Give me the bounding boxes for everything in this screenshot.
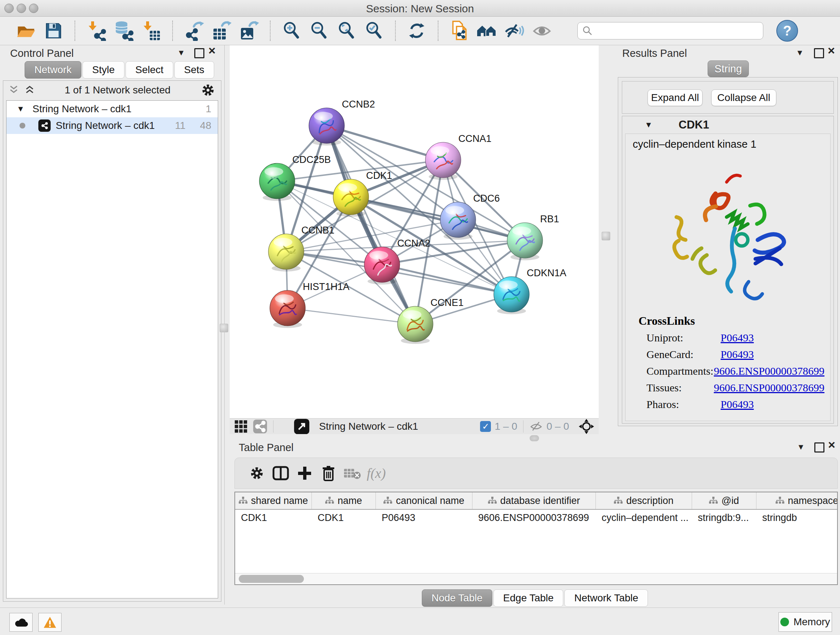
collapse-all-icon[interactable]	[8, 85, 19, 95]
expand-all-button[interactable]: Expand All	[647, 89, 703, 106]
column-header-database-identifier[interactable]: database identifier	[472, 492, 596, 509]
column-header-description[interactable]: description	[596, 492, 692, 509]
crosslink-link[interactable]: 9606.ENSP00000378699	[714, 365, 824, 377]
selected-checkbox-icon[interactable]: ✓	[480, 421, 491, 432]
expand-all-icon[interactable]	[24, 85, 35, 95]
export-image-button[interactable]	[238, 19, 260, 42]
table-panel-float-icon[interactable]	[814, 442, 824, 453]
delete-table-button[interactable]	[340, 463, 364, 483]
save-session-button[interactable]	[42, 19, 65, 42]
network-node-CCNA1[interactable]	[425, 142, 461, 180]
refresh-layout-button[interactable]	[406, 19, 428, 42]
birdseye-view-icon[interactable]	[294, 418, 309, 434]
right-splitter-handle[interactable]	[602, 232, 610, 241]
show-all-button[interactable]	[531, 19, 553, 42]
tab-network-table[interactable]: Network Table	[564, 589, 648, 607]
control-panel-close-icon[interactable]: ×	[208, 46, 216, 55]
crosslink-link[interactable]: P06493	[721, 398, 754, 410]
show-column-button[interactable]	[269, 463, 293, 483]
column-header-shared-name[interactable]: shared name	[235, 492, 312, 509]
network-options-gear-icon[interactable]	[200, 82, 216, 98]
crosslink-link[interactable]: P06493	[721, 348, 754, 361]
network-node-CDC25B[interactable]	[259, 163, 295, 201]
zoom-fit-button[interactable]	[335, 19, 358, 42]
network-node-CDKN1A[interactable]	[494, 277, 529, 314]
tab-edge-table[interactable]: Edge Table	[493, 589, 564, 607]
collapse-all-button[interactable]: Collapse All	[711, 89, 776, 106]
table-cell[interactable]: 9606.ENSP00000378699	[472, 512, 596, 524]
table-cell[interactable]: CDK1	[312, 512, 376, 524]
tab-style[interactable]: Style	[82, 61, 125, 79]
memory-button[interactable]: Memory	[778, 612, 832, 632]
help-button[interactable]: ?	[776, 20, 798, 42]
fit-selected-crosshair-icon[interactable]	[578, 418, 594, 434]
network-node-label: CCNA1	[458, 133, 492, 144]
table-panel-close-icon[interactable]: ×	[828, 440, 835, 449]
network-node-RB1[interactable]	[507, 223, 543, 260]
import-network-button[interactable]	[85, 19, 107, 42]
table-settings-button[interactable]	[245, 463, 269, 483]
network-edge[interactable]	[287, 308, 415, 324]
tab-string[interactable]: String	[707, 60, 749, 77]
network-node-CCNE1[interactable]	[398, 306, 433, 344]
table-cell[interactable]: stringdb:9...	[692, 512, 756, 524]
tab-network[interactable]: Network	[25, 61, 81, 79]
column-header-canonical-name[interactable]: canonical name	[376, 492, 472, 509]
column-type-icon	[239, 497, 248, 505]
section-collapse-icon[interactable]: ▼	[645, 120, 653, 130]
duplicate-network-button[interactable]	[448, 19, 471, 42]
column-header--id[interactable]: @id	[692, 492, 756, 509]
control-panel-menu-icon[interactable]: ▼	[177, 48, 185, 57]
results-panel-close-icon[interactable]: ×	[828, 46, 835, 55]
export-table-button[interactable]	[210, 19, 233, 42]
import-network-database-button[interactable]	[112, 19, 135, 42]
network-share-icon[interactable]	[253, 419, 267, 434]
left-splitter-handle[interactable]	[219, 324, 228, 333]
column-header-namespace[interactable]: namespace	[756, 492, 838, 509]
scrollbar-thumb[interactable]	[239, 575, 304, 583]
results-panel-float-icon[interactable]	[814, 48, 824, 58]
search-input[interactable]	[597, 25, 759, 37]
tab-sets[interactable]: Sets	[174, 61, 214, 79]
network-tree-child-row[interactable]: String Network – cdk1 11 48	[6, 117, 218, 134]
crosslink-link[interactable]: 9606.ENSP00000378699	[714, 382, 824, 394]
hide-selected-button[interactable]	[503, 19, 526, 42]
table-panel-menu-icon[interactable]: ▼	[797, 442, 805, 452]
tree-collapse-icon[interactable]: ▼	[17, 104, 25, 114]
table-row[interactable]: CDK1CDK1P064939606.ENSP00000378699cyclin…	[235, 510, 837, 526]
table-cell[interactable]: P06493	[376, 512, 472, 524]
network-node-CCNB1[interactable]	[268, 234, 304, 272]
network-node-CDK1[interactable]	[333, 179, 369, 217]
control-panel-float-icon[interactable]	[194, 48, 204, 58]
export-network-button[interactable]	[183, 19, 205, 42]
hidden-eye-icon[interactable]	[529, 421, 543, 432]
network-edge[interactable]	[382, 264, 512, 295]
table-cell[interactable]: cyclin–dependent ...	[596, 512, 692, 524]
column-header-name[interactable]: name	[312, 492, 376, 509]
cloud-button[interactable]	[9, 613, 33, 632]
warning-button[interactable]	[38, 613, 62, 632]
zoom-selected-button[interactable]	[363, 19, 385, 42]
zoom-out-button[interactable]	[308, 19, 330, 42]
zoom-in-button[interactable]	[280, 19, 303, 42]
crosslink-link[interactable]: P06493	[721, 332, 754, 344]
network-edge[interactable]	[327, 126, 415, 324]
results-panel-menu-icon[interactable]: ▼	[796, 48, 804, 57]
import-table-button[interactable]	[140, 19, 163, 42]
table-cell[interactable]: CDK1	[235, 512, 312, 524]
delete-column-button[interactable]	[317, 463, 340, 483]
cdk1-section-header[interactable]: ▼ CDK1	[622, 116, 834, 134]
network-node-HIST1H1A[interactable]	[270, 290, 305, 328]
network-canvas[interactable]: CCNB2CCNA1CDC25BCDK1CDC6RB1CCNB1CCNA2CDK…	[230, 45, 599, 418]
tab-node-table[interactable]: Node Table	[422, 589, 493, 607]
network-tree-root-row[interactable]: ▼ String Network – cdk1 1	[6, 101, 218, 117]
table-cell[interactable]: stringdb	[756, 512, 838, 524]
create-column-button[interactable]	[293, 463, 317, 483]
grid-view-icon[interactable]	[234, 420, 248, 433]
open-file-button[interactable]	[15, 19, 37, 42]
tab-select[interactable]: Select	[126, 61, 173, 79]
home-button[interactable]	[476, 19, 498, 42]
table-horizontal-scrollbar[interactable]	[235, 573, 837, 584]
network-edge[interactable]	[327, 126, 443, 160]
function-builder-button[interactable]: f(x)	[364, 463, 388, 483]
